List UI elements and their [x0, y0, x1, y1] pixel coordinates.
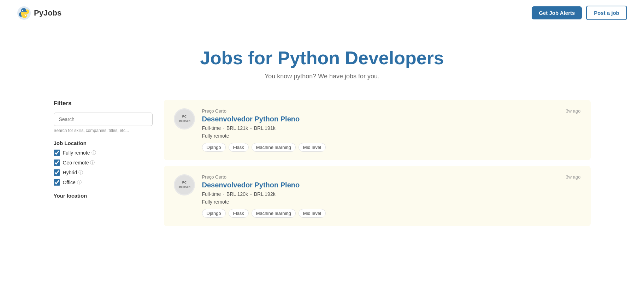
svg-text:PC: PC	[182, 115, 187, 118]
filter-geo-remote-checkbox[interactable]	[54, 159, 60, 166]
filter-fully-remote-label: Fully remote ⓘ	[63, 150, 96, 156]
job-meta-2: Full-time · BRL 120k - BRL 192k	[202, 191, 581, 197]
hero-section: Jobs for Python Developers You know pyth…	[0, 26, 644, 94]
header-buttons: Get Job Alerts Post a job	[532, 6, 627, 20]
post-job-button[interactable]: Post a job	[586, 6, 627, 20]
job-location-1: Fully remote	[202, 133, 581, 139]
svg-point-3	[175, 109, 194, 128]
filter-office-checkbox[interactable]	[54, 179, 60, 186]
logo-text: PyJobs	[34, 8, 61, 18]
search-input[interactable]	[54, 113, 153, 126]
tag-django-1[interactable]: Django	[202, 143, 226, 152]
job-tags-2: Django Flask Machine learning Mid level	[202, 209, 581, 218]
office-info-icon: ⓘ	[77, 179, 82, 186]
company-name-2: Preço Certo	[202, 174, 581, 180]
filter-office[interactable]: Office ⓘ	[54, 179, 153, 186]
search-hint: Search for skills, companies, titles, et…	[54, 128, 153, 133]
svg-text:preçoCert: preçoCert	[178, 186, 190, 188]
hero-subtitle: You know python? We have jobs for you.	[7, 73, 637, 80]
job-title-2[interactable]: Desenvolvedor Python Pleno	[202, 181, 581, 189]
dot-1: ·	[223, 125, 224, 131]
tag-django-2[interactable]: Django	[202, 209, 226, 218]
filter-fully-remote[interactable]: Fully remote ⓘ	[54, 150, 153, 156]
job-salary-to-1: BRL 191k	[254, 125, 276, 131]
filter-hybrid[interactable]: Hybrid ⓘ	[54, 169, 153, 176]
job-salary-from-1: BRL 121k	[226, 125, 248, 131]
filter-hybrid-checkbox[interactable]	[54, 169, 60, 176]
dash-1: -	[250, 125, 252, 131]
sidebar-scroll[interactable]: Filters Search for skills, companies, ti…	[54, 100, 153, 202]
job-tags-1: Django Flask Machine learning Mid level	[202, 143, 581, 152]
company-name-1: Preço Certo	[202, 108, 581, 114]
job-info-1: Preço Certo Desenvolvedor Python Pleno F…	[202, 108, 581, 152]
job-card-2[interactable]: PC preçoCert Preço Certo Desenvolvedor P…	[164, 166, 591, 226]
company-logo-2: PC preçoCert	[174, 174, 195, 195]
filter-fully-remote-checkbox[interactable]	[54, 150, 60, 156]
job-location-2: Fully remote	[202, 199, 581, 205]
your-location-title: Your location	[54, 193, 153, 199]
tag-level-2[interactable]: Mid level	[299, 209, 326, 218]
header: PyJobs Get Job Alerts Post a job	[0, 0, 644, 26]
dot-2: ·	[223, 191, 224, 197]
job-time-2: 3w ago	[566, 174, 581, 180]
sidebar: Filters Search for skills, companies, ti…	[54, 94, 153, 232]
svg-point-1	[22, 10, 23, 11]
tag-level-1[interactable]: Mid level	[299, 143, 326, 152]
svg-point-6	[175, 175, 194, 194]
svg-text:PC: PC	[182, 181, 187, 184]
jobs-list: PC preçoCert Preço Certo Desenvolvedor P…	[164, 94, 591, 232]
hybrid-info-icon: ⓘ	[78, 169, 83, 176]
geo-remote-info-icon: ⓘ	[90, 159, 95, 166]
svg-text:preçoCert: preçoCert	[178, 120, 190, 122]
get-alerts-button[interactable]: Get Job Alerts	[532, 6, 582, 19]
job-card-1[interactable]: PC preçoCert Preço Certo Desenvolvedor P…	[164, 100, 591, 160]
tag-flask-2[interactable]: Flask	[229, 209, 249, 218]
filter-hybrid-label: Hybrid ⓘ	[63, 169, 83, 176]
job-meta-1: Full-time · BRL 121k - BRL 191k	[202, 125, 581, 131]
job-salary-from-2: BRL 120k	[226, 191, 248, 197]
svg-point-2	[25, 15, 26, 16]
pyjobs-logo-icon	[17, 6, 31, 20]
filters-title: Filters	[54, 100, 153, 107]
filter-geo-remote[interactable]: Geo remote ⓘ	[54, 159, 153, 166]
tag-ml-1[interactable]: Machine learning	[252, 143, 296, 152]
main-layout: Filters Search for skills, companies, ti…	[40, 94, 605, 232]
tag-ml-2[interactable]: Machine learning	[252, 209, 296, 218]
job-location-title: Job Location	[54, 140, 153, 146]
job-type-2: Full-time	[202, 191, 221, 197]
logo: PyJobs	[17, 6, 61, 20]
job-type-1: Full-time	[202, 125, 221, 131]
job-title-1[interactable]: Desenvolvedor Python Pleno	[202, 115, 581, 123]
job-salary-to-2: BRL 192k	[254, 191, 276, 197]
company-logo-1: PC preçoCert	[174, 108, 195, 130]
filter-office-label: Office ⓘ	[63, 179, 82, 186]
job-time-1: 3w ago	[566, 108, 581, 114]
dash-2: -	[250, 191, 252, 197]
hero-title: Jobs for Python Developers	[7, 47, 637, 68]
tag-flask-1[interactable]: Flask	[229, 143, 249, 152]
filter-geo-remote-label: Geo remote ⓘ	[63, 159, 95, 166]
job-info-2: Preço Certo Desenvolvedor Python Pleno F…	[202, 174, 581, 218]
fully-remote-info-icon: ⓘ	[91, 150, 96, 156]
